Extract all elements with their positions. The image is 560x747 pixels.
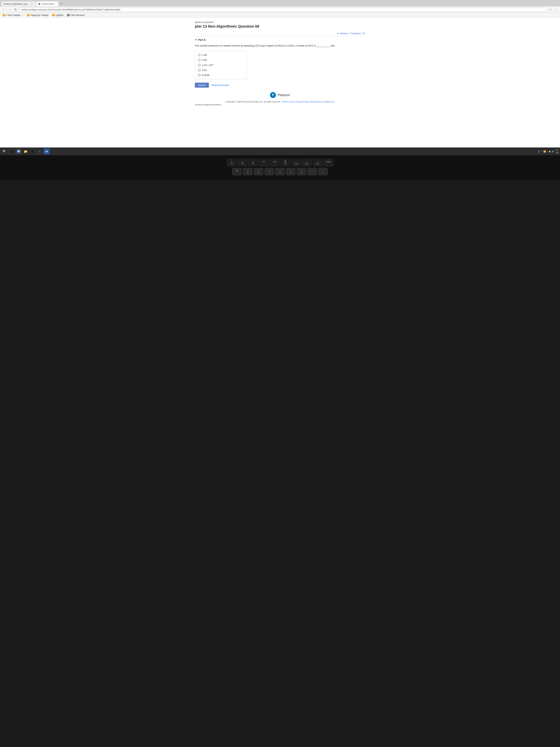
keyboard-num-row: $ % 5 ^ 6 & 7 * 8 ( 9 ) 0 — - (2, 168, 558, 175)
bookmark-paying-for-college[interactable]: ⊙ Paying for College (26, 14, 49, 17)
keyboard-area: ⏮ F4 ⏯ F5 ⏭ F6 F7 F8 🔍 F9 — F10 ✶ F11 (0, 155, 560, 180)
option-row-1: 1.38 (198, 54, 243, 56)
bookmark-star-college-label: e Star College -... (6, 14, 23, 17)
key-f7[interactable]: F7 (259, 159, 269, 166)
option-label-2: 2.45 (202, 58, 207, 61)
pearson-logo-area: P Pearson (195, 92, 365, 98)
question-text: The osmotic pressure of a solution forme… (195, 44, 365, 48)
options-box: 1.38 2.45 1.14 × 10-3 13.6 0.0136 (195, 51, 247, 79)
key-dollar[interactable]: $ (232, 168, 242, 175)
bookmark-paying-label: Paying for College (30, 14, 48, 17)
key-minus[interactable]: — - (308, 168, 317, 175)
forward-button[interactable]: → (7, 7, 12, 12)
page-title: pter 13 Non-Algorithmic Question 68 (195, 24, 365, 28)
taskbar: 🔍 ⊞ 📁 ⊞ e W 👤 ^ 📶 ▪ ◼ 🔊 11: 9/5 (0, 148, 560, 155)
tab-bar: Student_Registration_puno6659... ✕ ▣ Cou… (0, 0, 560, 6)
tab-student-registration[interactable]: Student_Registration_puno6659... ✕ (1, 1, 35, 6)
pearson-p-icon: P (270, 92, 276, 98)
key-f9[interactable]: 🔍 F9 (281, 159, 290, 166)
taskbar-volume-icon: 🔊 (552, 150, 554, 153)
tab-x-icon[interactable]: × (55, 3, 56, 5)
address-field[interactable]: nvellum.ecollege.com/course.html?courseI… (19, 7, 547, 12)
contact-link[interactable]: Contact Us (323, 101, 333, 103)
option-radio-1[interactable] (198, 54, 201, 56)
key-f4[interactable]: ⏮ F4 (227, 159, 237, 166)
taskbar-wifi-icon: 📶 (543, 150, 546, 153)
option-row-2: 2.45 (198, 58, 243, 61)
tab-close-icon[interactable]: ✕ (31, 3, 33, 5)
bookmark-star-college[interactable]: e e Star College -... (2, 14, 24, 17)
option-label-5: 0.0136 (202, 74, 209, 77)
submit-button[interactable]: Submit (195, 83, 209, 87)
part-header: ▼ Part A (195, 38, 365, 41)
option-row-4: 13.6 (198, 69, 243, 72)
option-radio-3[interactable] (198, 64, 201, 66)
taskbar-edge-icon[interactable]: e (37, 148, 43, 154)
bookmark-button[interactable]: ☆ (548, 7, 553, 12)
part-arrow-icon: ▼ (195, 38, 197, 41)
taskbar-people-icon: 👤 (538, 150, 540, 153)
privacy-link[interactable]: Privacy Policy (296, 101, 309, 103)
bookmark-citrix-icon: 🔒 (67, 14, 70, 17)
key-f6[interactable]: ⏭ F6 (248, 159, 258, 166)
key-f8[interactable]: F8 (270, 159, 279, 166)
tab-course-home-label: Course Home (41, 3, 54, 5)
browser-chrome: Student_Registration_puno6659... ✕ ▣ Cou… (0, 0, 560, 18)
terms-link[interactable]: Terms of Use (282, 101, 294, 103)
pearson-logo: P Pearson (270, 92, 290, 98)
footer-url: emView?assignmentProblem... (195, 104, 365, 106)
key-prtsc[interactable]: PrtSc (323, 159, 333, 166)
key-f12[interactable]: ✶ F12 (313, 159, 322, 166)
refresh-button[interactable]: ↻ (14, 7, 18, 12)
action-row: Submit Request Answer (195, 83, 365, 87)
bookmark-lightbot[interactable]: ⊙ Lightbot (51, 14, 64, 17)
taskbar-chrome-icon[interactable] (16, 148, 22, 154)
taskbar-tiles-icon[interactable]: ⊞ (30, 148, 35, 154)
permissions-link[interactable]: Permissions (310, 101, 321, 103)
option-label-3: 1.14 × 10-3 (202, 63, 214, 67)
taskbar-windows-icon[interactable]: ⊞ (8, 148, 15, 154)
key-8[interactable]: * 8 (275, 168, 285, 175)
part-label: Part A (198, 38, 206, 41)
bookmark-paying-icon: ⊙ (27, 14, 29, 17)
toolbar-right: ▪▪ Review | Constants | Pe (195, 32, 365, 36)
menu-button[interactable]: ⋮ (554, 7, 559, 12)
bookmarks-bar: e e Star College -... ⊙ Paying for Colle… (0, 13, 560, 18)
taskbar-word-icon[interactable]: W (44, 148, 50, 154)
new-tab-button[interactable]: + (59, 1, 64, 6)
bookmark-star-college-icon: e (3, 14, 5, 17)
bookmark-citrix[interactable]: 🔒 Citrix Receiver (66, 14, 85, 17)
option-radio-2[interactable] (198, 58, 201, 61)
address-bar-row: ← → ↻ nvellum.ecollege.com/course.html?c… (0, 6, 560, 13)
taskbar-sys-icons: 👤 ^ 📶 ▪ ◼ 🔊 (538, 150, 554, 153)
option-row-5: 0.0136 (198, 74, 243, 77)
key-9[interactable]: ( 9 (286, 168, 296, 175)
option-row-3: 1.14 × 10-3 (198, 63, 243, 67)
key-f11[interactable]: ✶ F11 (302, 159, 312, 166)
back-button[interactable]: ← (1, 7, 6, 12)
key-f10[interactable]: — F10 (291, 159, 301, 166)
key-percent[interactable]: % 5 (243, 168, 252, 175)
taskbar-folder-icon[interactable]: 📁 (23, 148, 28, 154)
review-link[interactable]: Review (340, 32, 347, 35)
page-inner: ligative properties pter 13 Non-Algorith… (191, 18, 369, 109)
key-0[interactable]: ) 0 (297, 168, 306, 175)
option-radio-4[interactable] (198, 69, 201, 72)
taskbar-dark-icon: ◼ (549, 150, 551, 153)
key-6[interactable]: ^ 6 (254, 168, 263, 175)
tab-course-home[interactable]: ▣ Course Home × (36, 1, 58, 6)
page-subtitle: ligative properties (195, 21, 365, 24)
periodic-link[interactable]: Pe (363, 32, 365, 35)
key-f5[interactable]: ⏯ F5 (238, 159, 247, 166)
constants-link[interactable]: Constants (350, 32, 360, 35)
page-content: ligative properties pter 13 Non-Algorith… (0, 18, 560, 148)
request-answer-link[interactable]: Request Answer (212, 84, 229, 86)
bookmark-lightbot-label: Lightbot (55, 14, 63, 17)
key-7[interactable]: & 7 (264, 168, 274, 175)
bookmark-lightbot-icon: ⊙ (52, 14, 55, 17)
tab-label: Student_Registration_puno6659... (4, 3, 30, 5)
taskbar-battery-icon: ▪ (547, 150, 548, 153)
option-radio-5[interactable] (198, 74, 201, 77)
taskbar-search-icon[interactable]: 🔍 (1, 148, 7, 154)
key-equals[interactable]: + = (318, 168, 328, 175)
